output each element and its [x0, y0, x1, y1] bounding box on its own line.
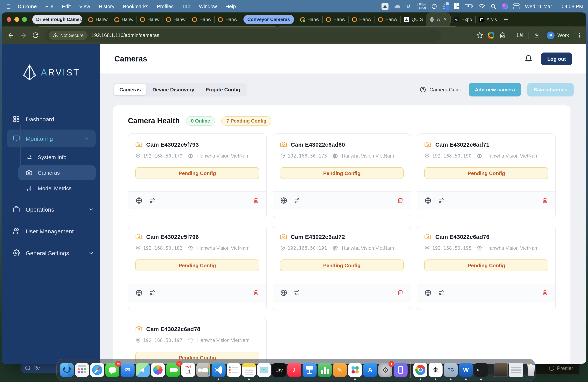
spotlight-search-icon[interactable] — [490, 3, 496, 9]
dock-calendar[interactable]: Wed11 — [181, 363, 195, 377]
side-panel-search-icon[interactable] — [517, 32, 523, 39]
add-new-camera-button[interactable]: Add new camera — [469, 83, 521, 96]
menu-window[interactable]: Window — [199, 3, 217, 9]
tab-cameras[interactable]: Cameras — [114, 84, 146, 95]
camera-guide-link[interactable]: Camera Guide — [420, 86, 462, 93]
tab-hanwha-3[interactable]: Hanw — [137, 12, 163, 26]
dock-safari[interactable] — [90, 363, 104, 377]
control-center-icon[interactable] — [513, 3, 520, 9]
tab-active-arvist-admin[interactable]: A ✕ — [426, 12, 450, 26]
battery-icon[interactable] — [465, 4, 473, 9]
tab-group-conveyor[interactable]: Conveyor Cameras — [243, 15, 294, 24]
network-speed[interactable]: 5 KB/s5 KB/s — [417, 3, 426, 10]
menu-edit[interactable]: Edit — [62, 3, 71, 9]
dock-trash[interactable] — [524, 363, 538, 377]
camera-settings-icon[interactable] — [294, 197, 300, 204]
tab-hanwha-8[interactable]: Hanw — [323, 12, 348, 26]
close-window-button[interactable] — [7, 17, 11, 22]
ssd-meter[interactable]: SSD — [442, 2, 449, 10]
forward-icon[interactable] — [20, 32, 27, 39]
dock-slack[interactable] — [348, 363, 362, 377]
tab-hanwha-5[interactable]: Hanw — [189, 12, 214, 26]
camera-settings-icon[interactable] — [438, 289, 445, 296]
delete-camera-icon[interactable] — [397, 289, 404, 296]
dock-mail[interactable]: ✉ — [121, 363, 135, 377]
menu-tab[interactable]: Tab — [182, 3, 190, 9]
logout-button[interactable]: Log out — [541, 52, 572, 65]
dock-reminders[interactable] — [227, 363, 241, 377]
dock-app-store[interactable]: A — [363, 363, 377, 377]
not-secure-chip[interactable]: Not Secure — [49, 31, 87, 40]
delete-camera-icon[interactable] — [397, 197, 404, 204]
bell-icon[interactable] — [525, 55, 533, 63]
web-ui-globe-icon[interactable] — [135, 289, 143, 296]
web-ui-globe-icon[interactable] — [424, 197, 432, 204]
tab-qc[interactable]: QC S — [401, 12, 426, 26]
menu-profiles[interactable]: Profiles — [157, 3, 174, 9]
zoom-window-button[interactable] — [22, 17, 27, 22]
bookmark-star-icon[interactable] — [477, 32, 483, 39]
tab-device-discovery[interactable]: Device Discovery — [147, 84, 200, 95]
dock-chatgpt[interactable]: ❋ — [429, 363, 442, 377]
sidebar-item-system-info[interactable]: System Info — [2, 150, 100, 165]
back-icon[interactable] — [7, 32, 14, 39]
sidebar-item-user-management[interactable]: User Management — [2, 223, 100, 239]
delete-camera-icon[interactable] — [252, 289, 259, 296]
profile-chip[interactable]: P Work — [546, 30, 574, 41]
menu-help[interactable]: Help — [226, 3, 236, 9]
web-ui-globe-icon[interactable] — [424, 289, 432, 296]
sidebar-item-cameras[interactable]: Cameras — [18, 165, 96, 180]
wifi-icon[interactable] — [479, 4, 485, 9]
tab-group-drivethrough[interactable]: Drivethrough Camera — [32, 15, 82, 24]
delete-camera-icon[interactable] — [542, 289, 548, 296]
siri-icon[interactable] — [502, 3, 508, 9]
minimize-window-button[interactable] — [14, 17, 19, 22]
window-manager-icon[interactable] — [454, 3, 459, 9]
web-ui-globe-icon[interactable] — [280, 197, 287, 204]
dock-contacts[interactable] — [196, 363, 210, 377]
dock-music[interactable]: ♪ — [287, 363, 301, 377]
dock-notes[interactable] — [242, 363, 256, 377]
dock-launchpad[interactable] — [75, 363, 89, 377]
chrome-menu-icon[interactable]: ••• — [579, 33, 581, 38]
dock-maps[interactable] — [136, 363, 150, 377]
delete-camera-icon[interactable] — [252, 197, 259, 204]
cloud-icon[interactable] — [394, 3, 401, 10]
dock-facetime[interactable]: 1 — [166, 363, 180, 377]
menu-history[interactable]: History — [99, 3, 114, 9]
sidebar-item-general-settings[interactable]: General Settings — [2, 245, 100, 261]
address-bar[interactable]: Not Secure 192.168.1.116/admin/cameras — [44, 29, 441, 42]
dock-word[interactable]: W — [459, 363, 473, 377]
dock-chrome[interactable] — [413, 363, 427, 377]
dock-terminal[interactable]: >_ — [474, 363, 488, 377]
dock-apple-tv[interactable]: tv — [272, 363, 286, 377]
sidebar-item-model-metrics[interactable]: Model Metrics — [2, 181, 100, 196]
dock-freeform[interactable] — [257, 363, 271, 377]
menu-chrome[interactable]: Chrome — [18, 3, 37, 9]
download-icon[interactable] — [534, 32, 540, 39]
sidebar-item-operations[interactable]: Operations — [2, 201, 100, 217]
dock-finder[interactable] — [60, 363, 74, 377]
menubar-date[interactable]: Wed 11 Mar — [525, 3, 552, 9]
camera-settings-icon[interactable] — [438, 197, 445, 204]
delete-camera-icon[interactable] — [542, 197, 548, 204]
dock-system-settings[interactable]: ⚙1 — [378, 363, 392, 377]
dock-postgres[interactable]: PG — [444, 363, 458, 377]
tab-hanwha-6[interactable]: Hanw — [215, 12, 240, 26]
dock-photos[interactable] — [151, 363, 165, 377]
camera-settings-icon[interactable] — [149, 289, 156, 296]
close-tab-icon[interactable]: ✕ — [443, 17, 447, 22]
dock-vscode[interactable] — [211, 363, 226, 377]
tab-expo[interactable]: ∿Expo — [451, 12, 475, 26]
dock-messages[interactable]: 75 — [105, 363, 119, 377]
tab-arvis[interactable]: Arvis — [476, 12, 500, 26]
dock-numbers[interactable] — [318, 363, 332, 377]
new-tab-button[interactable]: + — [504, 15, 508, 23]
camera-settings-icon[interactable] — [149, 197, 156, 204]
sidebar-item-dashboard[interactable]: Dashboard — [2, 111, 100, 127]
web-ui-globe-icon[interactable] — [135, 197, 143, 204]
network-arrows-icon[interactable] — [406, 4, 411, 9]
tab-hanwha-7[interactable]: Hanw — [297, 12, 322, 26]
tab-hanwha-1[interactable]: Hanw — [85, 12, 111, 26]
web-ui-globe-icon[interactable] — [280, 289, 287, 296]
